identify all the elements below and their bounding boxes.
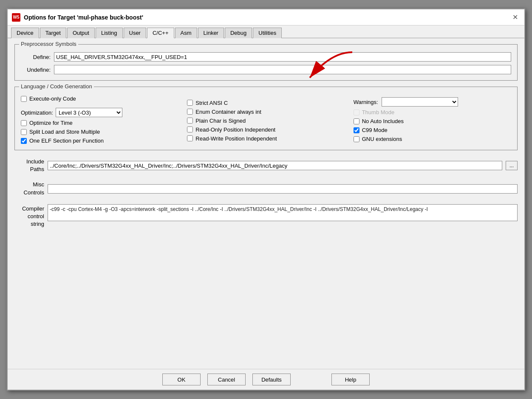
readonly-pi-row: Read-Only Position Independent [187, 126, 345, 133]
define-input[interactable] [54, 52, 511, 62]
optimization-row: Optimization: Level 0 (-O0)Level 1 (-O1)… [21, 108, 178, 117]
help-button[interactable]: Help [331, 374, 370, 385]
optimize-time-label: Optimize for Time [29, 120, 73, 126]
tab-linker[interactable]: Linker [198, 28, 224, 38]
tab-target[interactable]: Target [40, 28, 66, 38]
tab-asm[interactable]: Asm [175, 28, 197, 38]
close-button[interactable]: ✕ [510, 12, 520, 22]
compiler-control-row: Compiler control string -c99 -c -cpu Cor… [14, 204, 518, 228]
readwrite-pi-row: Read-Write Position Independent [187, 135, 345, 142]
c99-mode-label: C99 Mode [362, 127, 388, 133]
thumb-mode-label: Thumb Mode [362, 109, 395, 115]
preprocessor-group: Preprocessor Symbols Define: [14, 44, 518, 81]
one-elf-checkbox[interactable] [21, 138, 27, 144]
optimize-time-checkbox[interactable] [21, 120, 27, 126]
language-group-title: Language / Code Generation [19, 83, 94, 90]
include-paths-input[interactable] [48, 161, 502, 170]
optimization-select[interactable]: Level 0 (-O0)Level 1 (-O1)Level 2 (-O2)L… [56, 108, 122, 117]
gnu-ext-checkbox[interactable] [354, 136, 359, 142]
window-title: Options for Target 'mul-phase buck-boost… [24, 14, 143, 21]
tab-debug[interactable]: Debug [225, 28, 252, 38]
optimize-time-row: Optimize for Time [21, 120, 178, 126]
execute-only-row: Execute-only Code [21, 96, 178, 102]
optimization-label: Optimization: [21, 110, 53, 116]
warnings-select[interactable]: All WarningsNo Warnings [382, 97, 458, 107]
c99-mode-checkbox[interactable] [354, 127, 359, 133]
strict-ansi-row: Strict ANSI C [187, 100, 345, 106]
tab-ccpp[interactable]: C/C++ [147, 28, 174, 38]
define-row: Define: [21, 52, 511, 62]
tab-utilities[interactable]: Utilities [253, 28, 282, 38]
no-auto-row: No Auto Includes [354, 118, 511, 124]
language-group: Language / Code Generation Execute-only … [14, 87, 518, 150]
undefine-row: Undefine: [21, 65, 511, 74]
plain-signed-label: Plain Char is Signed [195, 118, 246, 124]
title-bar-left: W5 Options for Target 'mul-phase buck-bo… [12, 13, 143, 22]
gnu-ext-label: GNU extensions [362, 136, 402, 142]
main-window: W5 Options for Target 'mul-phase buck-bo… [7, 8, 525, 391]
compiler-control-label: Compiler control string [14, 204, 44, 228]
tab-device[interactable]: Device [11, 28, 39, 38]
content-area: Preprocessor Symbols Define: [8, 38, 524, 369]
warnings-label: Warnings: [354, 99, 378, 105]
no-auto-label: No Auto Includes [362, 118, 404, 124]
readonly-pi-label: Read-Only Position Independent [195, 126, 275, 133]
gnu-ext-row: GNU extensions [354, 136, 511, 142]
tabs-bar: Device Target Output Listing User C/C++ … [8, 25, 524, 38]
preprocessor-group-title: Preprocessor Symbols [19, 41, 78, 47]
misc-controls-label: Misc Controls [14, 181, 44, 196]
no-auto-checkbox[interactable] [354, 118, 359, 124]
warnings-row: Warnings: All WarningsNo Warnings [354, 97, 511, 107]
tab-listing[interactable]: Listing [96, 28, 123, 38]
thumb-mode-checkbox[interactable] [354, 110, 359, 115]
include-paths-row: Include Paths ... [14, 158, 518, 173]
readonly-pi-checkbox[interactable] [187, 126, 193, 132]
misc-controls-row: Misc Controls [14, 181, 518, 196]
undefine-input[interactable] [54, 65, 511, 74]
include-paths-label: Include Paths [14, 158, 44, 173]
one-elf-row: One ELF Section per Function [21, 138, 178, 144]
defaults-button[interactable]: Defaults [252, 374, 291, 385]
misc-controls-input[interactable] [48, 184, 518, 194]
compiler-control-text: -c99 -c -cpu Cortex-M4 -g -O3 -apcs=inte… [48, 204, 518, 221]
tab-user[interactable]: User [124, 28, 146, 38]
execute-only-checkbox[interactable] [21, 96, 27, 102]
plain-signed-row: Plain Char is Signed [187, 118, 345, 124]
plain-signed-checkbox[interactable] [187, 118, 193, 124]
split-load-checkbox[interactable] [21, 129, 27, 135]
define-label: Define: [21, 54, 51, 60]
thumb-mode-row: Thumb Mode [354, 109, 511, 115]
app-icon: W5 [12, 13, 20, 22]
title-bar: W5 Options for Target 'mul-phase buck-bo… [8, 9, 524, 25]
readwrite-pi-checkbox[interactable] [187, 135, 193, 141]
tab-output[interactable]: Output [67, 28, 95, 38]
ok-button[interactable]: OK [162, 374, 201, 385]
cancel-button[interactable]: Cancel [207, 374, 246, 385]
split-load-label: Split Load and Store Multiple [29, 129, 100, 135]
readwrite-pi-label: Read-Write Position Independent [195, 135, 277, 142]
enum-int-label: Enum Container always int [195, 109, 261, 115]
strict-ansi-checkbox[interactable] [187, 100, 193, 106]
strict-ansi-label: Strict ANSI C [195, 100, 228, 106]
enum-int-checkbox[interactable] [187, 109, 193, 115]
bottom-bar: OK Cancel Defaults Help [8, 369, 524, 390]
undefine-label: Undefine: [21, 67, 51, 73]
enum-int-row: Enum Container always int [187, 109, 345, 115]
c99-mode-row: C99 Mode [354, 127, 511, 133]
one-elf-label: One ELF Section per Function [29, 138, 104, 144]
split-load-row: Split Load and Store Multiple [21, 129, 178, 135]
execute-only-label: Execute-only Code [29, 96, 76, 102]
include-paths-browse-button[interactable]: ... [506, 161, 518, 170]
